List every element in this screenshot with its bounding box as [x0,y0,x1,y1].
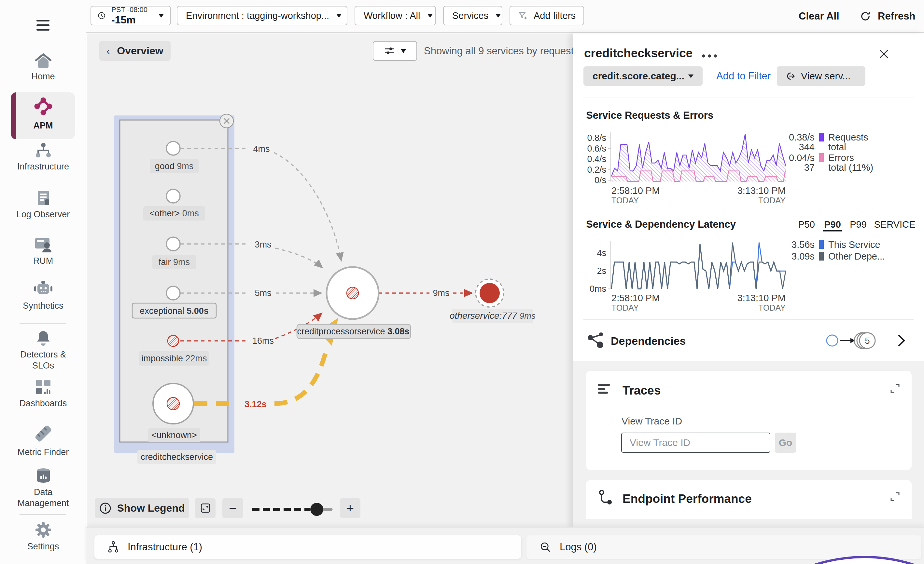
svg-text:otherservice:777 9ms: otherservice:777 9ms [450,311,536,321]
svg-text:5: 5 [865,336,870,346]
svg-text:TODAY: TODAY [612,303,639,312]
svg-text:0.8/s: 0.8/s [587,133,606,143]
svg-text:impossible 22ms: impossible 22ms [141,353,207,363]
svg-text:0ms: 0ms [590,284,606,294]
svg-text:2:58:10 PM: 2:58:10 PM [612,186,660,196]
svg-text:9ms: 9ms [433,288,449,298]
svg-text:5ms: 5ms [255,288,271,298]
svg-text:exceptional 5.00s: exceptional 5.00s [140,306,209,316]
svg-text:0.6/s: 0.6/s [587,144,606,154]
svg-text:Service & Dependency Latency: Service & Dependency Latency [586,218,736,230]
svg-text:fair 9ms: fair 9ms [159,257,190,267]
svg-text:0.04/s: 0.04/s [789,153,814,163]
svg-text:Other Depe...: Other Depe... [828,251,885,262]
svg-text:2:58:10 PM: 2:58:10 PM [612,293,660,303]
svg-text:3:13:10 PM: 3:13:10 PM [738,293,786,303]
svg-text:creditprocessorservice 3.08s: creditprocessorservice 3.08s [297,326,409,336]
svg-text:3ms: 3ms [255,240,271,250]
svg-text:good 9ms: good 9ms [155,161,194,171]
svg-text:creditcheckservice: creditcheckservice [141,452,213,462]
svg-text:Errors: Errors [828,153,854,163]
svg-text:SERVICE: SERVICE [874,219,915,230]
svg-text:3:13:10 PM: 3:13:10 PM [738,186,786,196]
svg-text:This Service: This Service [828,239,880,250]
svg-text:TODAY: TODAY [612,196,639,205]
svg-text:P99: P99 [850,219,867,230]
svg-text:Dependencies: Dependencies [611,335,686,347]
svg-text:2s: 2s [597,266,606,276]
svg-text:3.12s: 3.12s [244,399,267,409]
svg-text:TODAY: TODAY [758,196,786,205]
svg-text:0.38/s: 0.38/s [789,132,814,142]
svg-text:Requests: Requests [828,132,868,142]
svg-text:4ms: 4ms [253,144,270,154]
svg-text:4s: 4s [597,248,606,258]
svg-text:0.4/s: 0.4/s [587,154,606,164]
svg-text:Service Requests & Errors: Service Requests & Errors [586,109,713,121]
svg-text:37: 37 [804,162,814,173]
svg-text:344: 344 [799,142,814,152]
svg-text:<other> 0ms: <other> 0ms [150,208,199,218]
svg-text:P50: P50 [798,219,815,230]
svg-text:<unknown>: <unknown> [152,430,197,440]
svg-text:16ms: 16ms [252,336,274,346]
svg-text:0.2/s: 0.2/s [587,165,606,175]
svg-text:P90: P90 [824,219,841,230]
svg-text:3.56s: 3.56s [792,239,814,250]
svg-text:TODAY: TODAY [758,303,786,312]
svg-text:0/s: 0/s [594,175,606,185]
svg-text:total (11%): total (11%) [828,162,873,173]
svg-text:3.09s: 3.09s [792,251,814,262]
svg-text:total: total [828,142,846,152]
